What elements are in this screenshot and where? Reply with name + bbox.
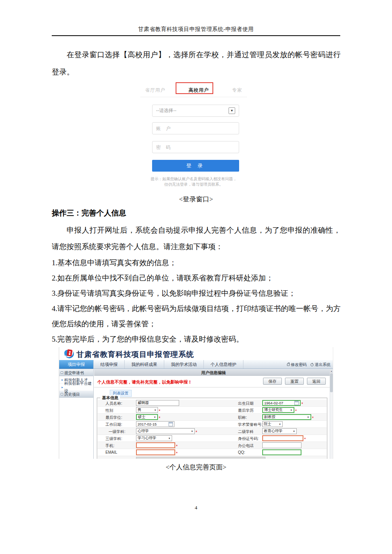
login-hint-line2: 但仍无法登录，请与管理员联系。 xyxy=(140,182,248,187)
field-label: 一级学科: xyxy=(109,429,125,435)
gender-select[interactable]: 男▼ xyxy=(136,407,158,413)
password-input[interactable] xyxy=(156,145,223,150)
note-item-1: 1.基本信息中请填写真实有效的信息； xyxy=(52,255,341,270)
manual-page: 甘肃省教育科技项目申报管理系统-申报者使用 在登录窗口选择【高校用户】，选择所在… xyxy=(0,0,392,554)
required-asterisk: * xyxy=(159,416,160,420)
arrow-right-icon: ▸ xyxy=(62,376,63,384)
action-buttons: 保存 重置 返回 xyxy=(263,378,326,385)
tabs-divider xyxy=(140,97,247,97)
work-date-input[interactable]: 2017-02-15 xyxy=(136,421,174,427)
partial-input[interactable] xyxy=(136,457,265,459)
form-row-name-birthdate: 人员名称: 出生日期 1964-02-07* xyxy=(98,400,327,407)
form-row-mobile-office: 手机: * 办公电话 xyxy=(98,442,327,449)
field-label: 手机: xyxy=(105,443,114,449)
nav-tab-personal-info[interactable]: 个人信息维护 xyxy=(204,360,243,369)
field-label: 人员名称: xyxy=(105,401,122,406)
logout-link[interactable]: 退出系统 xyxy=(310,362,330,368)
required-asterisk: * xyxy=(176,451,178,456)
name-input[interactable] xyxy=(136,400,179,406)
nav-tab-project-apply[interactable]: 项目申报 xyxy=(59,360,94,369)
tab-province-user[interactable]: 省厅用户 xyxy=(140,83,171,98)
school-select[interactable]: --请选择-- ▼ xyxy=(152,105,239,117)
field-label: 最后学位: xyxy=(105,415,122,420)
app-main-panel: 用户信息编辑 个人信息不完整，请先补充完整，以免影响申报！ 保存 重置 返回 列… xyxy=(94,369,333,459)
field-label: 办公电话 xyxy=(238,443,254,449)
last-degree-select[interactable]: 硕士▼ xyxy=(136,414,158,420)
form-row-gender-degree: 性别 男▼* 最后学历 博士研究生▼* xyxy=(98,407,327,414)
form-row-email-qq: EMAIL * QQ: xyxy=(98,449,327,456)
job-title-select[interactable]: 副教授▼ xyxy=(262,414,311,420)
required-asterisk: * xyxy=(176,444,178,449)
collapse-icon[interactable] xyxy=(61,393,63,395)
account-input[interactable] xyxy=(156,126,223,131)
calendar-icon[interactable] xyxy=(294,401,299,405)
doc-header: 甘肃省教育科技项目申报管理系统-申报者使用 xyxy=(0,26,392,33)
field-label: QQ: xyxy=(238,450,245,454)
header-rule xyxy=(52,35,340,36)
required-asterisk: * xyxy=(304,437,306,442)
id-card-input[interactable] xyxy=(262,435,303,441)
caption-login-window: <登录窗口> xyxy=(0,195,392,204)
app-sidebar: 提交申请书 ▸ 科技创新人才 ▸ 科技创新平台建设 历史项目 xyxy=(59,369,94,459)
education-select[interactable]: 博士研究生▼ xyxy=(262,407,294,413)
required-asterisk: * xyxy=(301,402,303,406)
lock-icon xyxy=(287,364,290,366)
basic-info-fieldset: 基本信息 人员名称: 出生日期 1964-02-07* 性别 男▼* xyxy=(97,398,327,459)
required-asterisk: * xyxy=(196,430,197,435)
email-input[interactable] xyxy=(136,449,175,455)
sidebar-section-history-label: 历史项目 xyxy=(64,391,80,398)
field-label: 出生日期 xyxy=(238,401,254,406)
nav-tab-closure-apply[interactable]: 结项申报 xyxy=(94,360,125,369)
office-phone-input[interactable] xyxy=(262,442,301,448)
password-field-wrap xyxy=(152,141,239,153)
paragraph-login-intro: 在登录窗口选择【高校用户】，选择所在学校，并通过管理员发放的帐号密码进行登录。 xyxy=(52,46,341,81)
list-config-row: 列表设置 xyxy=(94,387,333,396)
form-row-discipline1-2: 一级学科: 心理学▼* 二级学科 教育心理学▼ xyxy=(98,428,327,435)
nav-utilities: 修改密码 退出系统 xyxy=(287,360,330,369)
honor-title-select[interactable]: 院士▼ xyxy=(262,421,283,427)
scrollbar-thumb[interactable] xyxy=(330,373,333,392)
tab-expert[interactable]: 专家 xyxy=(227,83,248,98)
chevron-down-icon: ▼ xyxy=(277,423,281,425)
login-hint-line1: 提示：如果您确认账户名及密码输入都没有问题， xyxy=(140,176,248,182)
caption-profile-page: <个人信息完善页面> xyxy=(0,463,392,472)
account-field-wrap xyxy=(152,122,239,134)
note-item-2: 2.如在所属单位中找不到自己的单位，请联系省教育厅科研处添加； xyxy=(52,270,341,286)
change-password-link[interactable]: 修改密码 xyxy=(287,362,307,368)
field-label: 工作日期: xyxy=(105,422,122,427)
discipline1-select[interactable]: 心理学▼ xyxy=(136,428,195,434)
required-asterisk: * xyxy=(159,409,160,413)
change-password-label: 修改密码 xyxy=(291,362,307,368)
field-label: 学术荣誉称号: xyxy=(238,422,263,427)
section-heading: 操作三：完善个人信息 xyxy=(52,208,126,218)
sidebar-item-innovation-platform[interactable]: ▸ 科技创新平台建设 xyxy=(59,384,93,391)
field-label: 三级学科: xyxy=(105,436,122,442)
discipline3-select[interactable]: 学习心理学▼ xyxy=(136,435,172,441)
chevron-down-icon: ▼ xyxy=(167,437,171,440)
sidebar-section-submit-label: 提交申请书 xyxy=(64,369,84,376)
discipline2-select[interactable]: 教育心理学▼ xyxy=(262,428,297,434)
chevron-down-icon: ▼ xyxy=(152,409,156,411)
chevron-down-icon[interactable]: ▼ xyxy=(229,107,235,114)
field-label: 身份证号码: xyxy=(238,436,259,442)
notes-block: 申报人打开网址后，系统会自动提示申报人完善个人信息，为了您申报的准确性，请您按照… xyxy=(52,222,341,347)
red-highlight-box xyxy=(176,82,213,94)
collapse-icon[interactable] xyxy=(61,371,63,374)
sidebar-section-submit[interactable]: 提交申请书 xyxy=(59,369,93,376)
qq-input[interactable] xyxy=(262,449,301,455)
vertical-scrollbar[interactable]: ▲ xyxy=(330,369,333,459)
save-button[interactable]: 保存 xyxy=(263,378,282,385)
nav-tab-research-results[interactable]: 我的科研成果 xyxy=(125,360,164,369)
calendar-icon[interactable] xyxy=(169,422,173,426)
nav-tab-academic-activity[interactable]: 我的学术活动 xyxy=(164,360,204,369)
chevron-down-icon: ▼ xyxy=(291,430,295,433)
mobile-input[interactable] xyxy=(136,442,175,448)
arrow-right-icon: ▸ xyxy=(62,384,63,391)
birthdate-input[interactable]: 1964-02-07 xyxy=(262,400,301,406)
app-logo-icon xyxy=(62,348,75,360)
back-button[interactable]: 返回 xyxy=(307,378,326,385)
scroll-up-icon[interactable]: ▲ xyxy=(330,369,333,373)
reset-button[interactable]: 重置 xyxy=(285,378,304,385)
login-button[interactable]: 登 录 xyxy=(152,160,239,172)
required-asterisk: * xyxy=(312,416,314,420)
